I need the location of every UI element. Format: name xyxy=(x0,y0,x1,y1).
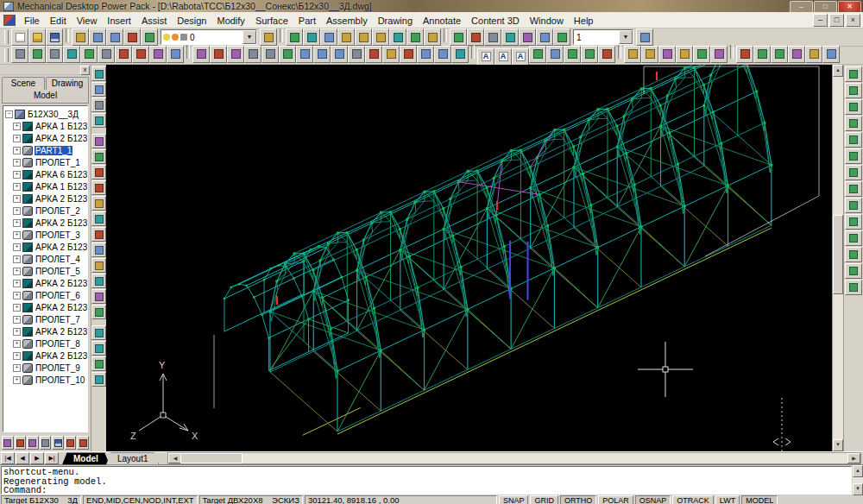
surface-symbol-icon[interactable] xyxy=(91,211,106,226)
tree-item[interactable]: +ПРОЛЕТ_7 xyxy=(3,313,87,325)
tree-expand-icon[interactable]: + xyxy=(13,219,21,227)
tree-item[interactable]: +АРКА 2 Б1230_7 xyxy=(3,301,87,313)
folder-icon[interactable] xyxy=(27,436,39,450)
tree-item[interactable]: +ПРОЛЕТ_1 xyxy=(3,156,87,168)
tree-expand-icon[interactable]: + xyxy=(13,183,21,191)
menu-assembly[interactable]: Assembly xyxy=(321,16,373,26)
desktop-browser-icon[interactable] xyxy=(355,28,372,46)
scale-combo[interactable]: 1 ▼ xyxy=(573,29,633,45)
deflection-calc-icon[interactable] xyxy=(91,356,106,371)
tree-item[interactable]: +АРКА 2 Б1230_8 xyxy=(3,325,87,337)
assembly-update-icon[interactable] xyxy=(822,46,840,63)
tree-item[interactable]: +ПРОЛЕТ_5 xyxy=(3,265,87,277)
chevron-down-icon[interactable]: ▼ xyxy=(619,30,633,44)
dim-angle-icon[interactable] xyxy=(484,28,501,46)
open-file-icon[interactable] xyxy=(28,28,46,46)
break-icon[interactable] xyxy=(382,46,400,63)
edit-text-icon[interactable]: A xyxy=(512,48,529,66)
first-tab-icon[interactable]: |◀ xyxy=(1,452,15,464)
assemble-icon[interactable] xyxy=(771,46,788,63)
show-materials-icon[interactable] xyxy=(845,280,862,295)
toolbar-grip[interactable] xyxy=(4,30,9,44)
explode-icon[interactable] xyxy=(434,46,451,63)
tree-item[interactable]: +ПРОЛЕТ_10 xyxy=(3,374,87,386)
tree-item[interactable]: +АРКА 1 Б1230_1 xyxy=(3,120,87,132)
prev-tab-icon[interactable]: ◀ xyxy=(16,452,29,464)
standard-parts-icon[interactable] xyxy=(91,113,106,128)
save-scene-icon[interactable] xyxy=(52,436,64,450)
properties-icon[interactable] xyxy=(451,46,469,63)
menu-window[interactable]: Window xyxy=(525,16,569,26)
toggle-grid[interactable]: GRID xyxy=(530,495,558,504)
tree-expand-icon[interactable]: + xyxy=(13,231,21,239)
tree-expand-icon[interactable]: + xyxy=(13,147,21,154)
command-input[interactable]: shortcut-menu.Regenerating model.Command… xyxy=(1,466,852,495)
toggle-osnap[interactable]: OSNAP xyxy=(635,495,671,504)
content-manager-icon[interactable] xyxy=(389,28,406,46)
tab-layout1[interactable]: Layout1 xyxy=(106,452,160,465)
scroll-down-icon[interactable]: ▼ xyxy=(853,483,863,495)
part-visibility-icon[interactable] xyxy=(753,46,771,63)
new-file-icon[interactable] xyxy=(11,28,28,46)
tree-item[interactable]: +АРКА 2 Б1230_1 xyxy=(3,132,87,144)
balloon-icon[interactable] xyxy=(91,258,106,273)
tree-item[interactable]: +АРКА 2 Б1230_9 xyxy=(3,350,87,362)
tree-expand-icon[interactable]: + xyxy=(13,268,21,275)
parts-list-icon[interactable] xyxy=(91,274,106,288)
tab-model[interactable]: Model xyxy=(2,90,89,104)
mate-constraint-icon[interactable] xyxy=(788,46,805,63)
tree-expand-icon[interactable]: + xyxy=(13,159,21,167)
new-part-icon[interactable] xyxy=(736,46,753,63)
menu-content-3d[interactable]: Content 3D xyxy=(466,16,525,26)
menu-modify[interactable]: Modify xyxy=(211,16,249,26)
menu-help[interactable]: Help xyxy=(569,16,599,26)
tree-item[interactable]: +АРКА 2 Б1230_6 xyxy=(3,277,87,289)
next-tab-icon[interactable]: ▶ xyxy=(30,452,44,464)
toggle-ortho[interactable]: ORTHO xyxy=(560,495,596,504)
render-icon[interactable] xyxy=(676,46,693,63)
mirror-icon[interactable] xyxy=(227,46,244,63)
lights-icon[interactable] xyxy=(845,99,862,115)
power-copy-icon[interactable] xyxy=(91,165,106,180)
paste-clip-icon[interactable] xyxy=(106,28,123,46)
fea-calc-icon[interactable] xyxy=(91,325,106,340)
mdi-restore-button[interactable]: □ xyxy=(829,14,844,27)
flush-constraint-icon[interactable] xyxy=(805,46,822,63)
dtext-icon[interactable]: A xyxy=(477,48,494,66)
scroll-right-icon[interactable]: ▶ xyxy=(847,453,860,463)
update-view-icon[interactable] xyxy=(15,436,27,450)
landscape-edit-icon[interactable] xyxy=(845,214,862,230)
materials-icon[interactable] xyxy=(845,116,862,131)
tree-expand-icon[interactable]: + xyxy=(13,195,21,203)
scroll-up-icon[interactable]: ▲ xyxy=(833,65,843,77)
feature-symbol-icon[interactable] xyxy=(91,243,106,257)
tree-item[interactable]: −Б12X30__3Д xyxy=(3,108,87,120)
circle-icon[interactable] xyxy=(115,46,132,63)
menu-edit[interactable]: Edit xyxy=(45,16,72,26)
tree-item[interactable]: +ПРОЛЕТ_3 xyxy=(3,229,87,241)
tab-model-space[interactable]: Model xyxy=(62,452,110,465)
power-edit-icon[interactable] xyxy=(91,149,106,164)
arc-icon[interactable] xyxy=(63,46,80,63)
copy-clip-icon[interactable] xyxy=(89,28,106,46)
chamfer-icon[interactable] xyxy=(400,46,417,63)
scale-icon[interactable] xyxy=(313,46,331,63)
close-button[interactable]: ✕ xyxy=(838,1,861,13)
scroll-left-icon[interactable]: ◀ xyxy=(168,453,181,463)
highlight-icon[interactable] xyxy=(65,436,77,450)
last-tab-icon[interactable]: ▶| xyxy=(45,452,59,464)
save-icon[interactable] xyxy=(46,28,63,46)
mdi-minimize-button[interactable]: – xyxy=(813,14,828,27)
steel-shapes-icon[interactable] xyxy=(91,98,106,112)
tree-expand-icon[interactable]: + xyxy=(13,364,21,372)
trim-icon[interactable] xyxy=(348,46,365,63)
tab-scene[interactable]: Scene xyxy=(2,77,45,90)
menu-design[interactable]: Design xyxy=(172,16,211,26)
hide-icon[interactable] xyxy=(641,46,658,63)
tree-expand-icon[interactable]: − xyxy=(5,110,13,118)
spline-icon[interactable] xyxy=(80,46,98,63)
chevron-down-icon[interactable]: ▼ xyxy=(243,30,256,44)
toolbar-grip[interactable] xyxy=(4,48,9,62)
menu-surface[interactable]: Surface xyxy=(250,16,293,26)
toggle-lwt[interactable]: LWT xyxy=(715,495,740,504)
